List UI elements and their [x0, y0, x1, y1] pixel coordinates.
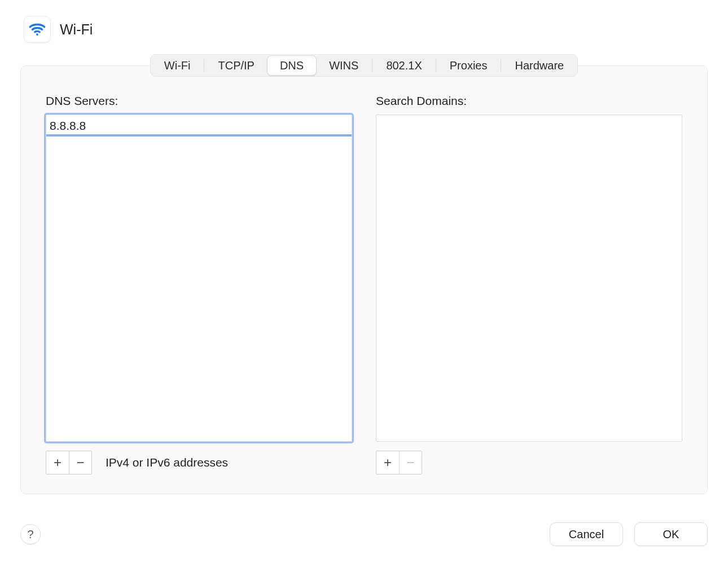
minus-icon: −: [76, 456, 84, 469]
tab-hardware[interactable]: Hardware: [502, 55, 576, 76]
tab-separator: [204, 59, 204, 72]
ok-button[interactable]: OK: [634, 522, 708, 546]
tab-proxies[interactable]: Proxies: [437, 55, 500, 76]
help-icon: ?: [27, 528, 33, 541]
tab-tcpip[interactable]: TCP/IP: [205, 55, 266, 76]
dns-add-remove-group: + −: [46, 451, 92, 474]
dns-hint: IPv4 or IPv6 addresses: [106, 456, 228, 469]
tab-separator: [436, 59, 436, 72]
tab-separator: [372, 59, 372, 72]
dns-servers-list[interactable]: [46, 115, 352, 442]
dns-server-input[interactable]: [47, 116, 350, 135]
help-button[interactable]: ?: [20, 524, 41, 544]
tab-dns[interactable]: DNS: [267, 55, 317, 76]
editing-underline: [46, 134, 352, 137]
tab-8021x[interactable]: 802.1X: [374, 55, 434, 76]
tab-wifi[interactable]: Wi-Fi: [152, 55, 203, 76]
cancel-button[interactable]: Cancel: [550, 522, 623, 546]
tab-wins[interactable]: WINS: [317, 55, 371, 76]
plus-icon: +: [54, 456, 62, 469]
dns-server-row[interactable]: [46, 115, 352, 137]
plus-icon: +: [384, 456, 392, 469]
search-domains-list[interactable]: [376, 115, 682, 442]
header: Wi-Fi: [20, 0, 708, 53]
dns-servers-label: DNS Servers:: [46, 94, 352, 108]
svg-point-0: [36, 33, 38, 36]
domains-remove-button: −: [399, 451, 422, 474]
settings-pane: DNS Servers: + − IPv4 or IPv6 addresses: [20, 65, 708, 494]
dns-add-button[interactable]: +: [46, 451, 69, 474]
tab-separator: [501, 59, 501, 72]
domains-add-remove-group: + −: [376, 451, 422, 474]
minus-icon: −: [406, 456, 414, 469]
wifi-icon: [24, 16, 51, 43]
domains-add-button[interactable]: +: [376, 451, 399, 474]
page-title: Wi-Fi: [60, 21, 93, 38]
tabs-segmented-control: Wi-Fi TCP/IP DNS WINS 802.1X Proxies Har…: [150, 54, 578, 77]
search-domains-label: Search Domains:: [376, 94, 682, 108]
dns-remove-button[interactable]: −: [69, 451, 91, 474]
